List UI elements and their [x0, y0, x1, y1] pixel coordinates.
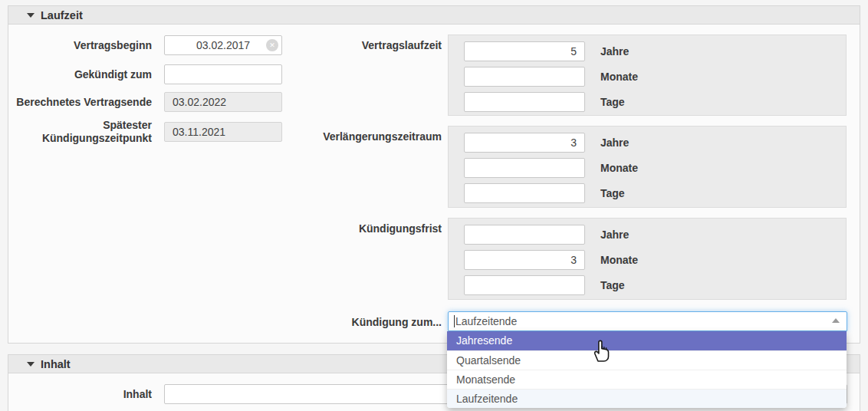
verlaengerungszeitraum-group: Jahre Monate Tage	[448, 126, 847, 208]
verlaengerungszeitraum-tage-input[interactable]	[464, 183, 585, 203]
kuendigung-zum-dropdown-list: Jahresende Quartalsende Monatsende Laufz…	[447, 331, 847, 408]
kuendigung-zum-label: Kündigung zum...	[261, 316, 442, 328]
laufzeit-section: Laufzeit Vertragsbeginn ✕ Gekündigt zum …	[8, 5, 860, 344]
tage-unit-label: Tage	[600, 187, 625, 199]
spaetester-kuendigungszeitpunkt-row: Spätester Kündigungszeitpunkt	[8, 122, 282, 142]
chevron-up-icon[interactable]	[832, 318, 840, 323]
berechnetes-vertragsende-input	[164, 92, 282, 112]
tage-unit-label: Tage	[600, 279, 625, 291]
jahre-unit-label: Jahre	[600, 229, 629, 241]
kuendigung-zum-combobox[interactable]: Laufzeitende	[448, 311, 847, 331]
kuendigungsfrist-tage-input[interactable]	[464, 275, 585, 295]
monate-unit-label: Monate	[600, 71, 638, 83]
verlaengerungszeitraum-jahre-input[interactable]	[464, 133, 585, 153]
verlaengerungszeitraum-monate-input[interactable]	[464, 158, 585, 178]
collapse-icon	[27, 362, 35, 367]
vertragslaufzeit-label: Vertragslaufzeit	[261, 39, 442, 51]
laufzeit-section-title: Laufzeit	[41, 9, 83, 21]
vertragsbeginn-row: Vertragsbeginn ✕	[8, 35, 282, 55]
monate-unit-label: Monate	[600, 162, 638, 174]
dropdown-option-laufzeitende[interactable]: Laufzeitende	[447, 389, 847, 408]
laufzeit-section-header[interactable]: Laufzeit	[8, 6, 860, 25]
jahre-unit-label: Jahre	[600, 45, 629, 58]
gekuendigt-zum-row: Gekündigt zum	[8, 64, 282, 84]
kuendigungsfrist-group: Jahre Monate Tage	[448, 218, 847, 300]
kuendigungsfrist-monate-input[interactable]	[464, 250, 585, 270]
vertragslaufzeit-group: Jahre Monate Tage	[448, 35, 847, 116]
spaetester-kuendigungszeitpunkt-label: Spätester Kündigungszeitpunkt	[8, 119, 152, 145]
kuendigung-zum-value: Laufzeitende	[455, 315, 517, 327]
inhalt-label: Inhalt	[8, 388, 152, 401]
inhalt-section-title: Inhalt	[41, 358, 71, 370]
vertragslaufzeit-tage-input[interactable]	[464, 92, 585, 112]
jahre-unit-label: Jahre	[600, 136, 629, 149]
monate-unit-label: Monate	[600, 254, 638, 266]
dropdown-option-jahresende[interactable]: Jahresende	[447, 331, 847, 350]
collapse-icon	[27, 13, 35, 18]
vertragslaufzeit-monate-input[interactable]	[464, 67, 585, 87]
vertragsbeginn-label: Vertragsbeginn	[8, 39, 152, 52]
gekuendigt-zum-label: Gekündigt zum	[8, 68, 152, 81]
gekuendigt-zum-input[interactable]	[164, 64, 282, 84]
verlaengerungszeitraum-label: Verlängerungszeitraum	[261, 130, 442, 143]
dropdown-option-monatsende[interactable]: Monatsende	[447, 370, 847, 389]
kuendigungsfrist-label: Kündigungsfrist	[261, 222, 442, 235]
berechnetes-vertragsende-row: Berechnetes Vertragsende	[8, 92, 282, 112]
tage-unit-label: Tage	[600, 96, 625, 108]
vertragslaufzeit-jahre-input[interactable]	[464, 41, 585, 61]
berechnetes-vertragsende-label: Berechnetes Vertragsende	[8, 96, 152, 109]
kuendigungsfrist-jahre-input[interactable]	[464, 225, 585, 245]
dropdown-option-quartalsende[interactable]: Quartalsende	[447, 350, 847, 370]
